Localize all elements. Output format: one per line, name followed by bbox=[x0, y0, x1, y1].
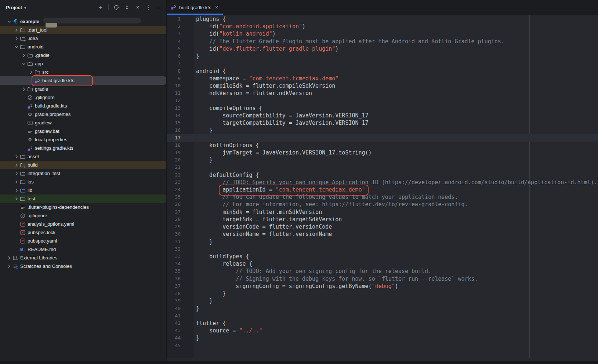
chevron-right-icon[interactable] bbox=[14, 179, 19, 185]
tree-item-scratches-and-consoles[interactable]: Scratches and Consoles bbox=[0, 262, 166, 270]
chevron-right-icon[interactable] bbox=[14, 162, 19, 168]
chevron-right-icon[interactable] bbox=[28, 69, 34, 75]
locate-file-icon[interactable] bbox=[113, 4, 119, 10]
tree-item--gradle[interactable]: .gradle bbox=[0, 51, 166, 59]
code-line-9[interactable]: 9 namespace = "com.tencent.tcmediax.demo… bbox=[167, 75, 598, 82]
code-line-37[interactable]: 37 signingConfig = signingConfigs.getByN… bbox=[167, 283, 598, 290]
code-line-5[interactable]: 5 id("dev.flutter.flutter-gradle-plugin"… bbox=[167, 45, 598, 52]
code-line-15[interactable]: 15 targetCompatibility = JavaVersion.VER… bbox=[167, 119, 598, 127]
code-line-42[interactable]: 42flutter { bbox=[167, 320, 598, 327]
code-editor[interactable]: 1plugins {2 id("com.android.application"… bbox=[167, 15, 598, 358]
tree-item-build-gradle-kts[interactable]: build.gradle.kts bbox=[0, 76, 166, 85]
tree-item-integration-test[interactable]: integration_test bbox=[0, 169, 166, 178]
code-line-27[interactable]: 27 minSdk = flutter.minSdkVersion bbox=[167, 208, 598, 216]
code-line-22[interactable]: 22 defaultConfig { bbox=[167, 171, 598, 179]
chevron-right-icon[interactable] bbox=[14, 171, 19, 176]
code-line-32[interactable]: 32 bbox=[167, 245, 598, 253]
tree-item-android[interactable]: android bbox=[0, 43, 166, 51]
code-line-19[interactable]: 19 jvmTarget = JavaVersion.VERSION_17.to… bbox=[167, 149, 598, 156]
tree-item-asset[interactable]: asset bbox=[0, 152, 166, 161]
chevron-right-icon[interactable] bbox=[14, 154, 19, 160]
code-line-10[interactable]: 10 compileSdk = flutter.compileSdkVersio… bbox=[167, 82, 598, 90]
tree-item--dart-tool[interactable]: .dart_tool bbox=[0, 26, 166, 34]
code-line-8[interactable]: 8android { bbox=[167, 68, 598, 75]
tree-item--idea[interactable]: ✳.idea bbox=[0, 34, 166, 43]
code-line-17[interactable]: 17 bbox=[167, 134, 598, 142]
code-line-7[interactable]: 7 bbox=[167, 60, 598, 67]
code-line-35[interactable]: 35 // TODO: Add your own signing config … bbox=[167, 267, 598, 275]
chevron-right-icon[interactable] bbox=[21, 52, 27, 58]
code-line-26[interactable]: 26 // For more information, see: https:/… bbox=[167, 201, 598, 208]
code-line-33[interactable]: 33 buildTypes { bbox=[167, 253, 598, 260]
code-line-39[interactable]: 39 } bbox=[167, 297, 598, 305]
tree-item-gradle[interactable]: gradle bbox=[0, 85, 166, 93]
tree-item-gradlew-bat[interactable]: gradlew.bat bbox=[0, 127, 166, 135]
tree-item-gradlew[interactable]: gradlew bbox=[0, 119, 166, 127]
chevron-right-icon[interactable] bbox=[14, 27, 19, 33]
code-line-18[interactable]: 18 kotlinOptions { bbox=[167, 142, 598, 149]
code-line-45[interactable]: 45 bbox=[167, 342, 598, 349]
code-line-28[interactable]: 28 targetSdk = flutter.targetSdkVersion bbox=[167, 216, 598, 223]
tree-item-local-properties[interactable]: ⚙local.properties bbox=[0, 135, 166, 144]
tree-item-pubspec-yaml[interactable]: Ypubspec.yaml bbox=[0, 237, 166, 245]
tree-item--flutter-plugins-dependencies[interactable]: .flutter-plugins-dependencies bbox=[0, 203, 166, 211]
tree-item-readme-md[interactable]: M↓README.md bbox=[0, 245, 166, 254]
chevron-right-icon[interactable] bbox=[14, 36, 19, 41]
chevron-right-icon[interactable] bbox=[6, 263, 12, 269]
code-line-25[interactable]: 25 // You can update the following value… bbox=[167, 193, 598, 201]
code-line-44[interactable]: 44} bbox=[167, 334, 598, 342]
code-line-20[interactable]: 20 } bbox=[167, 156, 598, 164]
code-line-23[interactable]: 23 // TODO: Specify your own unique Appl… bbox=[167, 179, 598, 186]
tab-build-gradle-kts[interactable]: build.gradle.kts ✕ bbox=[167, 0, 223, 15]
code-line-41[interactable]: 41 bbox=[167, 312, 598, 320]
chevron-right-icon[interactable] bbox=[6, 255, 12, 261]
chevron-down-icon[interactable] bbox=[6, 19, 12, 25]
tree-item-external-libraries[interactable]: External Libraries bbox=[0, 254, 166, 262]
code-line-21[interactable]: 21 bbox=[167, 164, 598, 171]
code-line-29[interactable]: 29 versionCode = flutter.versionCode bbox=[167, 223, 598, 230]
add-icon[interactable]: ＋ bbox=[98, 4, 104, 10]
tree-item--gitignore[interactable]: .gitignore bbox=[0, 93, 166, 102]
collapse-all-icon[interactable]: ✕ bbox=[135, 4, 141, 10]
code-line-38[interactable]: 38 } bbox=[167, 290, 598, 297]
code-line-14[interactable]: 14 sourceCompatibility = JavaVersion.VER… bbox=[167, 112, 598, 119]
tree-item-src[interactable]: src bbox=[0, 68, 166, 76]
chevron-right-icon[interactable] bbox=[14, 188, 19, 193]
project-view-selector[interactable]: Project ▾ bbox=[6, 5, 26, 10]
tree-item-test[interactable]: test bbox=[0, 194, 166, 203]
code-line-4[interactable]: 4 // The Flutter Gradle Plugin must be a… bbox=[167, 38, 598, 45]
tree-item-settings-gradle-kts[interactable]: settings.gradle.kts bbox=[0, 144, 166, 152]
hide-panel-icon[interactable]: — bbox=[156, 4, 162, 10]
more-options-icon[interactable]: ⋮ bbox=[145, 4, 151, 10]
tree-item-lib[interactable]: lib bbox=[0, 186, 166, 194]
tree-item-gradle-properties[interactable]: ⚙gradle.properties bbox=[0, 110, 166, 119]
code-line-40[interactable]: 40} bbox=[167, 305, 598, 312]
tree-item-build-gradle-kts[interactable]: build.gradle.kts bbox=[0, 102, 166, 110]
code-line-43[interactable]: 43 source = "../.." bbox=[167, 327, 598, 334]
code-line-12[interactable]: 12 bbox=[167, 97, 598, 104]
expand-all-icon[interactable] bbox=[124, 4, 130, 10]
code-line-24[interactable]: 24 applicationId = "com.tencent.tcmediax… bbox=[167, 186, 598, 193]
tree-item-pubspec-lock[interactable]: Ypubspec.lock bbox=[0, 228, 166, 237]
code-line-31[interactable]: 31 } bbox=[167, 238, 598, 245]
chevron-down-icon[interactable] bbox=[14, 44, 19, 50]
chevron-right-icon[interactable] bbox=[21, 86, 27, 92]
code-line-6[interactable]: 6} bbox=[167, 52, 598, 60]
tree-item-ios[interactable]: ios bbox=[0, 178, 166, 186]
code-line-2[interactable]: 2 id("com.android.application") bbox=[167, 23, 598, 30]
code-line-34[interactable]: 34 release { bbox=[167, 260, 598, 267]
close-tab-icon[interactable]: ✕ bbox=[215, 5, 218, 10]
code-line-3[interactable]: 3 id("kotlin-android") bbox=[167, 30, 598, 37]
tree-item-app[interactable]: app bbox=[0, 59, 166, 68]
code-line-1[interactable]: 1plugins { bbox=[167, 15, 598, 23]
code-line-30[interactable]: 30 versionName = flutter.versionName bbox=[167, 230, 598, 238]
code-line-36[interactable]: 36 // Signing with the debug keys for no… bbox=[167, 275, 598, 283]
chevron-right-icon[interactable] bbox=[14, 196, 19, 202]
code-line-13[interactable]: 13 compileOptions { bbox=[167, 105, 598, 112]
tree-item-analysis-options-yaml[interactable]: Yanalysis_options.yaml bbox=[0, 220, 166, 228]
tree-item--gitignore[interactable]: .gitignore bbox=[0, 211, 166, 220]
code-line-11[interactable]: 11 ndkVersion = flutter.ndkVersion bbox=[167, 90, 598, 97]
tree-item-build[interactable]: ✳build bbox=[0, 161, 166, 169]
code-line-16[interactable]: 16 } bbox=[167, 127, 598, 134]
chevron-down-icon[interactable] bbox=[21, 61, 27, 67]
